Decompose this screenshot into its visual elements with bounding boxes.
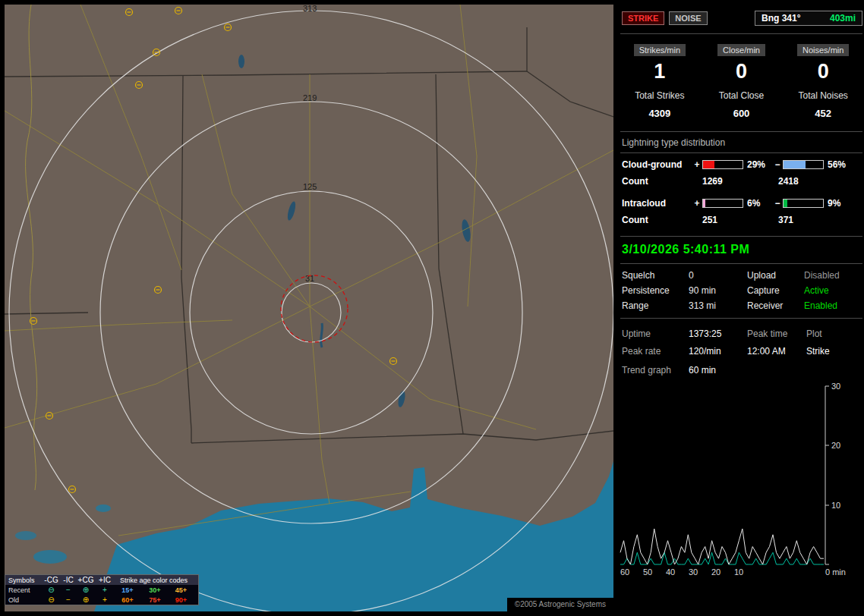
strikes-per-min-label: Strikes/min <box>634 44 686 56</box>
plus-icon: + <box>96 586 114 594</box>
map-legend: Symbols -CG -IC +CG +IC Strike age color… <box>5 574 199 605</box>
age-code-90: 90+ <box>169 596 194 604</box>
x-tick-20: 20 <box>711 567 721 577</box>
distribution-title: Lightning type distribution <box>622 137 861 148</box>
app-window: 313 219 125 31 Symbols -CG -IC +CG +IC S… <box>0 0 864 616</box>
legend-symbols-header: Symbols <box>7 577 42 584</box>
lake <box>96 504 111 512</box>
close-per-min-value: 0 <box>701 60 783 83</box>
plot-label: Plot <box>806 328 861 339</box>
total-noises-value: 452 <box>782 108 864 119</box>
map-canvas[interactable]: 313 219 125 31 <box>5 5 613 611</box>
legend-old-label: Old <box>7 596 42 604</box>
noises-per-min-label: Noises/min <box>797 44 849 56</box>
cloud-ground-row: Cloud-ground + 29% − 56% <box>622 159 861 170</box>
legend-age-header: Strike age color codes <box>114 577 194 584</box>
rate-counters: Strikes/min 1 Close/min 0 Noises/min 0 <box>619 44 864 83</box>
x-tick-40: 40 <box>666 567 675 577</box>
plot-value: Strike <box>806 346 861 357</box>
positive-sign: + <box>692 159 702 170</box>
x-tick-30: 30 <box>689 567 698 577</box>
plus-icon: + <box>96 596 114 604</box>
receiver-status: Enabled <box>804 300 861 311</box>
divider <box>620 33 862 34</box>
capture-label: Capture <box>747 285 804 296</box>
lightning-map[interactable]: 313 219 125 31 Symbols -CG -IC +CG +IC S… <box>5 5 613 611</box>
peak-time-label: Peak time <box>747 328 806 339</box>
cg-positive-count: 1269 <box>702 176 778 187</box>
peak-rate-value: 120/min <box>689 346 747 357</box>
legend-recent-label: Recent <box>7 586 42 594</box>
circle-plus-icon: ⊕ <box>76 586 96 594</box>
minus-icon: − <box>61 586 76 594</box>
x-tick-10: 10 <box>734 567 743 577</box>
squelch-value: 0 <box>689 270 747 281</box>
age-code-75: 75+ <box>141 596 169 604</box>
y-tick-20: 20 <box>831 441 840 450</box>
cg-negative-bar <box>783 160 824 169</box>
cloud-ground-count-row: Count 1269 2418 <box>622 176 861 187</box>
marsh-water <box>33 550 67 564</box>
cg-negative-count: 2418 <box>778 176 861 187</box>
noise-button[interactable]: NOISE <box>669 11 707 25</box>
upload-status: Disabled <box>804 270 861 281</box>
peak-rate-label: Peak rate <box>622 346 689 357</box>
total-noises-label: Total Noises <box>782 90 864 101</box>
circle-minus-icon: ⊖ <box>42 586 61 594</box>
trend-graph-value: 60 min <box>689 365 861 376</box>
datetime-display: 3/10/2026 5:40:11 PM <box>622 243 861 256</box>
status-panel: STRIKE NOISE Bng 341° 403mi Strikes/min … <box>619 0 864 616</box>
close-series-line <box>620 552 824 564</box>
bearing-value: Bng 341° <box>762 13 800 24</box>
persistence-label: Persistence <box>622 285 689 296</box>
ring-label-125: 125 <box>303 182 317 191</box>
legend-row-old: Old ⊖ − ⊕ + 60+ 75+ 90+ <box>5 595 198 605</box>
ic-positive-count: 251 <box>702 215 778 225</box>
cg-positive-pct: 29% <box>743 159 772 170</box>
cg-negative-pct: 56% <box>824 159 854 170</box>
divider <box>620 318 862 319</box>
total-close-label: Total Close <box>701 90 783 101</box>
upload-label: Upload <box>747 270 804 281</box>
noises-per-min-value: 0 <box>782 60 864 83</box>
x-tick-0: 0 min <box>825 567 846 577</box>
total-strikes-value: 4309 <box>619 108 701 119</box>
minus-icon: − <box>61 596 76 604</box>
total-close-value: 600 <box>701 108 783 119</box>
ring-label-219: 219 <box>303 93 317 102</box>
intracloud-row: Intracloud + 6% − 9% <box>622 197 861 209</box>
age-code-60: 60+ <box>114 596 141 604</box>
ic-positive-bar <box>702 199 743 208</box>
circle-plus-icon: ⊕ <box>76 596 96 604</box>
range-value: 313 mi <box>689 300 747 311</box>
total-strikes-label: Total Strikes <box>619 90 701 101</box>
bearing-display: Bng 341° 403mi <box>755 11 862 26</box>
capture-status: Active <box>804 285 861 296</box>
settings-table: Squelch 0 Upload Disabled Persistence 90… <box>622 268 861 313</box>
y-tick-30: 30 <box>831 382 840 391</box>
count-label: Count <box>622 215 692 225</box>
copyright-notice: ©2005 Astrogenic Systems <box>507 598 613 611</box>
x-tick-60: 60 <box>620 567 629 577</box>
uptime-label: Uptime <box>622 328 689 339</box>
age-code-30: 30+ <box>141 586 169 594</box>
legend-col-ncg: -CG <box>42 577 61 584</box>
legend-col-pic: +IC <box>96 577 114 584</box>
divider <box>620 236 862 237</box>
legend-col-pcg: +CG <box>76 577 96 584</box>
intracloud-label: Intracloud <box>622 198 692 209</box>
legend-header: Symbols -CG -IC +CG +IC Strike age color… <box>5 575 198 585</box>
cg-positive-bar <box>702 160 743 169</box>
divider <box>620 263 862 264</box>
strike-button[interactable]: STRIKE <box>622 11 664 25</box>
divider <box>620 131 862 132</box>
distance-value: 403mi <box>830 13 856 24</box>
peak-time-value: 12:00 AM <box>747 346 806 357</box>
persistence-value: 90 min <box>689 285 747 296</box>
x-tick-50: 50 <box>643 567 652 577</box>
cloud-ground-label: Cloud-ground <box>622 159 692 170</box>
uptime-value: 1373:25 <box>689 328 747 339</box>
y-tick-10: 10 <box>831 501 840 510</box>
total-counters: Total Strikes 4309 Total Close 600 Total… <box>619 90 864 119</box>
strikes-per-min-value: 1 <box>619 60 701 83</box>
